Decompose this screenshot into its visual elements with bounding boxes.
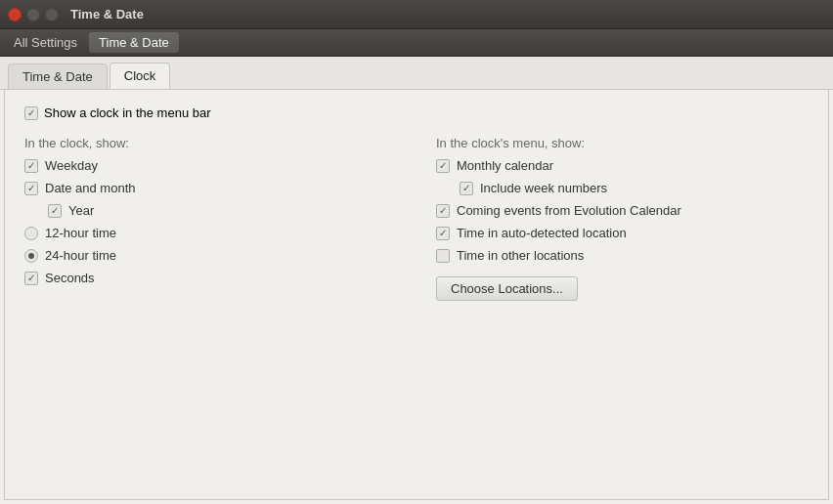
option-row-seconds: Seconds (24, 271, 397, 285)
menubar-item-all-settings[interactable]: All Settings (4, 32, 87, 53)
weekday-checkbox[interactable] (24, 159, 38, 173)
option-row-date-month: Date and month (24, 181, 397, 195)
monthly-cal-label: Monthly calendar (457, 158, 553, 173)
show-clock-row: Show a clock in the menu bar (24, 105, 809, 120)
other-locations-label: Time in other locations (457, 248, 584, 263)
maximize-button[interactable] (45, 8, 59, 21)
columns: In the clock, show: Weekday Date and mon… (24, 136, 809, 301)
left-section-label: In the clock, show: (24, 136, 397, 150)
option-row-other-locations: Time in other locations (436, 248, 809, 263)
weekday-label: Weekday (45, 158, 98, 173)
coming-events-label: Coming events from Evolution Calendar (457, 203, 681, 218)
monthly-cal-checkbox[interactable] (436, 159, 450, 173)
window-title: Time & Date (70, 7, 144, 21)
year-checkbox[interactable] (48, 204, 62, 218)
option-row-coming-events: Coming events from Evolution Calendar (436, 203, 809, 218)
seconds-label: Seconds (45, 271, 95, 285)
content-panel: Show a clock in the menu bar In the cloc… (4, 90, 829, 500)
choose-locations-button[interactable]: Choose Locations... (436, 276, 578, 301)
option-row-monthly-cal: Monthly calendar (436, 158, 809, 173)
option-row-24hour: 24-hour time (24, 248, 397, 263)
tabs-bar: Time & Date Clock (0, 57, 833, 90)
seconds-checkbox[interactable] (24, 272, 38, 285)
coming-events-checkbox[interactable] (436, 204, 450, 218)
minimize-button[interactable] (26, 8, 40, 21)
12hour-radio[interactable] (24, 227, 38, 240)
option-row-week-numbers: Include week numbers (436, 181, 809, 195)
week-numbers-label: Include week numbers (480, 181, 607, 195)
other-locations-checkbox[interactable] (436, 249, 450, 263)
12hour-label: 12-hour time (45, 226, 116, 240)
window-buttons (8, 8, 59, 21)
option-row-weekday: Weekday (24, 158, 397, 173)
right-column: In the clock's menu, show: Monthly calen… (416, 136, 809, 301)
24hour-label: 24-hour time (45, 248, 116, 263)
date-month-label: Date and month (45, 181, 136, 195)
menubar: All Settings Time & Date (0, 29, 833, 57)
date-month-checkbox[interactable] (24, 182, 38, 195)
left-column: In the clock, show: Weekday Date and mon… (24, 136, 416, 301)
tab-time-date[interactable]: Time & Date (8, 63, 108, 89)
right-section-label: In the clock's menu, show: (436, 136, 809, 150)
option-row-12hour: 12-hour time (24, 226, 397, 240)
main-area: Time & Date Clock Show a clock in the me… (0, 57, 833, 504)
24hour-radio[interactable] (24, 249, 38, 263)
auto-location-checkbox[interactable] (436, 227, 450, 240)
year-label: Year (68, 203, 94, 218)
week-numbers-checkbox[interactable] (460, 182, 473, 195)
tab-clock[interactable]: Clock (110, 63, 171, 89)
close-button[interactable] (8, 8, 22, 21)
show-clock-checkbox[interactable] (24, 106, 38, 120)
menubar-item-time-date[interactable]: Time & Date (89, 32, 179, 53)
auto-location-label: Time in auto-detected location (457, 226, 627, 240)
titlebar: Time & Date (0, 0, 833, 29)
option-row-auto-location: Time in auto-detected location (436, 226, 809, 240)
option-row-year: Year (24, 203, 397, 218)
show-clock-label: Show a clock in the menu bar (44, 105, 211, 120)
